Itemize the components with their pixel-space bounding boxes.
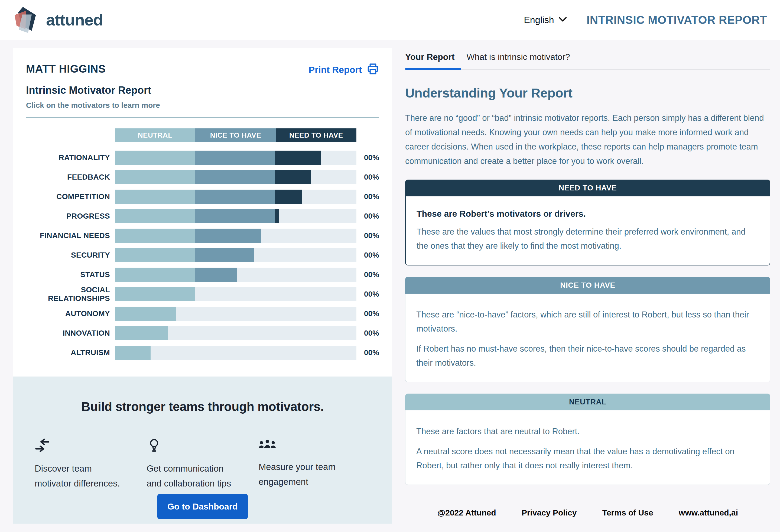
footer-link-privacy-policy[interactable]: Privacy Policy [522, 508, 577, 517]
section-body-neutral: These are factors that are neutral to Ro… [405, 410, 770, 485]
bar-segment-nice-to-have [195, 209, 275, 223]
language-label: English [524, 15, 554, 25]
bar-segment-neutral [115, 346, 151, 360]
promo-panel: Build stronger teams through motivators.… [13, 377, 392, 524]
footer-link-www-attuned-ai[interactable]: www.attuned,ai [679, 508, 738, 517]
motivator-row-rationality[interactable]: RATIONALITY00% [26, 151, 379, 165]
intro-paragraph: There are no “good” or “bad” intrinsic m… [405, 111, 767, 168]
chart-legend: NEUTRALNICE TO HAVENEED TO HAVE [115, 129, 356, 142]
legend-neutral: NEUTRAL [115, 129, 195, 142]
user-name: MATT HIGGINS [26, 63, 106, 75]
footer-link-2022-attuned[interactable]: @2022 Attuned [437, 508, 496, 517]
bar-track [115, 151, 356, 165]
motivator-label: SOCIAL RELATIONSHIPS [26, 286, 110, 303]
active-tab-underline [405, 68, 461, 70]
feature-discover-team: Discover team motivator differences. [35, 438, 147, 491]
brand: attuned [13, 6, 103, 34]
feature-text: Discover team motivator differences. [35, 461, 128, 491]
report-column: MATT HIGGINS Print Report Intrinsic Moti… [13, 48, 392, 524]
legend-need-to-have: NEED TO HAVE [276, 129, 356, 142]
motivator-row-autonomy[interactable]: AUTONOMY00% [26, 307, 379, 321]
feature-measure-your: Measure your team engagement [259, 438, 371, 491]
bar-segment-need-to-have [275, 151, 321, 165]
app-header: attuned English INTRINSIC MOTIVATOR REPO… [0, 0, 780, 40]
printer-icon [367, 63, 379, 77]
bar-segment-nice-to-have [195, 248, 254, 262]
bar-segment-neutral [115, 326, 167, 340]
report-hint: Click on the motivators to learn more [26, 101, 379, 110]
bar-track [115, 248, 356, 262]
motivator-value: 00% [356, 251, 379, 259]
explainer-sections: NEED TO HAVEThese are Robert’s motivator… [405, 180, 770, 485]
feature-text: Get communication and collaboration tips [147, 461, 240, 491]
motivator-row-feedback[interactable]: FEEDBACK00% [26, 170, 379, 184]
motivator-value: 00% [356, 309, 379, 318]
motivator-value: 00% [356, 290, 379, 298]
section-paragraph: If Robert has no must-have scores, then … [416, 342, 758, 370]
header-right: English INTRINSIC MOTIVATOR REPORT [524, 13, 767, 27]
motivator-label: AUTONOMY [26, 309, 110, 318]
footer: @2022 AttunedPrivacy PolicyTerms of Usew… [437, 508, 738, 517]
tab-bar: Your ReportWhat is intrinsic motivator? [405, 48, 770, 70]
motivator-row-status[interactable]: STATUS00% [26, 268, 379, 282]
motivator-row-altruism[interactable]: ALTRUISM00% [26, 346, 379, 360]
tab-your-report[interactable]: Your Report [405, 52, 455, 69]
bar-segment-neutral [115, 209, 195, 223]
feature-text: Measure your team engagement [259, 460, 352, 489]
go-to-dashboard-button[interactable]: Go to Dashboard [157, 494, 248, 519]
motivator-label: RATIONALITY [26, 153, 110, 162]
section-neutral: NEUTRALThese are factors that are neutra… [405, 394, 770, 485]
bar-segment-nice-to-have [195, 229, 261, 243]
motivator-row-progress[interactable]: PROGRESS00% [26, 209, 379, 223]
print-report-button[interactable]: Print Report [309, 63, 379, 77]
bar-segment-neutral [115, 190, 195, 204]
section-header-neutral: NEUTRAL [405, 394, 770, 410]
motivator-row-financial-needs[interactable]: FINANCIAL NEEDS00% [26, 229, 379, 243]
motivator-row-security[interactable]: SECURITY00% [26, 248, 379, 262]
tab-what-is-intrinsic-motivator[interactable]: What is intrinsic motivator? [467, 52, 570, 69]
bar-segment-need-to-have [275, 170, 311, 184]
section-paragraph: These are factors that are neutral to Ro… [416, 425, 758, 439]
section-need-to-have: NEED TO HAVEThese are Robert’s motivator… [405, 180, 770, 265]
motivator-row-innovation[interactable]: INNOVATION00% [26, 326, 379, 340]
bar-segment-neutral [115, 287, 195, 301]
motivator-value: 00% [356, 173, 379, 182]
explainer-column: Your ReportWhat is intrinsic motivator? … [405, 48, 770, 524]
section-nice-to-have: NICE TO HAVEThese are “nice-to-have” fac… [405, 277, 770, 382]
bar-segment-nice-to-have [195, 151, 275, 165]
bar-segment-neutral [115, 151, 195, 165]
motivator-value: 00% [356, 153, 379, 162]
bar-segment-neutral [115, 268, 195, 282]
bar-segment-nice-to-have [195, 170, 275, 184]
page-title: INTRINSIC MOTIVATOR REPORT [587, 13, 767, 27]
feature-get-communication: Get communication and collaboration tips [147, 438, 258, 491]
bar-segment-neutral [115, 248, 195, 262]
bar-segment-nice-to-have [195, 268, 237, 282]
motivator-label: ALTRUISM [26, 348, 110, 357]
motivator-chart: NEUTRALNICE TO HAVENEED TO HAVE RATIONAL… [26, 129, 379, 360]
bar-track [115, 229, 356, 243]
language-selector[interactable]: English [524, 15, 567, 25]
motivator-value: 00% [356, 192, 379, 201]
bar-segment-neutral [115, 307, 176, 321]
section-lead: These are Robert’s motivators or drivers… [417, 209, 759, 219]
bar-segment-need-to-have [275, 209, 279, 223]
bar-track [115, 326, 356, 340]
bar-segment-need-to-have [275, 190, 302, 204]
bar-segment-neutral [115, 170, 195, 184]
motivator-row-competition[interactable]: COMPETITION00% [26, 190, 379, 204]
feature-list: Discover team motivator differences.Get … [26, 438, 379, 491]
motivator-label: SECURITY [26, 251, 110, 259]
report-card: MATT HIGGINS Print Report Intrinsic Moti… [13, 48, 392, 377]
lightbulb-icon [147, 438, 258, 454]
section-paragraph: A neutral score does not necessarily mea… [416, 444, 758, 473]
motivator-label: FEEDBACK [26, 173, 110, 182]
motivator-label: STATUS [26, 270, 110, 279]
chevron-down-icon [558, 16, 567, 23]
motivator-row-social-relationships[interactable]: SOCIAL RELATIONSHIPS00% [26, 287, 379, 301]
bar-track [115, 170, 356, 184]
footer-link-terms-of-use[interactable]: Terms of Use [602, 508, 653, 517]
divider [26, 117, 379, 117]
section-header-need-to-have: NEED TO HAVE [405, 180, 770, 196]
brand-name: attuned [46, 10, 103, 29]
